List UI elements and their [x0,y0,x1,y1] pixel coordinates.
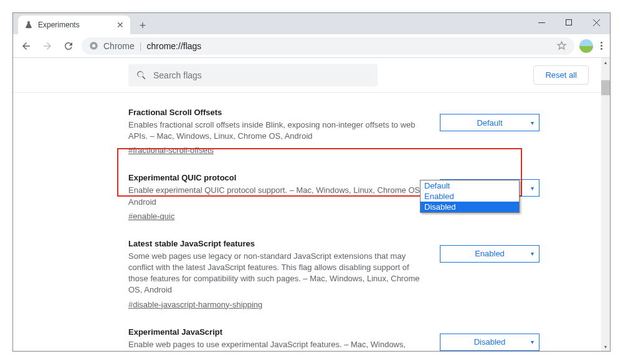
search-icon [136,70,147,81]
browser-menu-button[interactable] [598,39,605,52]
page-content: ▴ ▾ Reset all Fractional Scroll Offsets … [13,58,610,351]
flag-title: Latest stable JavaScript features [128,239,427,248]
dropdown-option[interactable]: Disabled [421,202,519,212]
flag-row: Fractional Scroll Offsets Enables fracti… [128,99,589,164]
browser-window: Experiments ✕ + Chro [12,12,611,352]
titlebar: Experiments ✕ + [13,13,610,34]
flags-header: Reset all [13,58,610,93]
flag-description: Enables fractional scroll offsets inside… [128,119,427,142]
reload-button[interactable] [60,38,77,54]
flag-anchor-link[interactable]: #enable-quic [128,212,174,221]
flag-description: Enable experimental QUIC protocol suppor… [128,185,427,207]
chevron-down-icon: ▾ [531,250,534,257]
flag-row: Latest stable JavaScript features Some w… [128,230,589,319]
svg-rect-0 [566,20,572,26]
tab-title: Experiments [38,21,80,29]
new-tab-button[interactable]: + [134,17,151,34]
forward-button[interactable] [39,38,55,54]
flag-select[interactable]: Enabled ▾ [440,245,540,263]
url-scheme-label: Chrome [103,41,135,51]
flag-select-value: Default [477,118,502,128]
flag-text: Latest stable JavaScript features Some w… [128,239,427,310]
search-box[interactable] [128,64,378,86]
flag-select-value: Disabled [474,337,506,347]
flag-row: Experimental JavaScript Enable web pages… [128,319,589,352]
window-controls [528,13,610,32]
chevron-down-icon: ▾ [531,185,534,192]
flag-description: Enable web pages to use experimental Jav… [128,339,427,352]
flask-icon [24,21,33,29]
browser-tab[interactable]: Experiments ✕ [18,16,130,34]
flag-select-value: Enabled [475,249,505,258]
chrome-icon [89,41,98,50]
address-bar[interactable]: Chrome | chrome://flags [82,37,574,55]
url-text: chrome://flags [146,41,201,51]
back-button[interactable] [18,38,34,54]
search-input[interactable] [153,70,370,80]
flag-select[interactable]: Disabled ▾ [440,334,540,351]
flag-dropdown-open[interactable]: DefaultEnabledDisabled [420,180,520,213]
close-tab-icon[interactable]: ✕ [117,20,124,30]
flag-text: Fractional Scroll Offsets Enables fracti… [128,108,427,156]
flag-select[interactable]: Default ▾ [440,114,540,131]
reset-all-button[interactable]: Reset all [533,65,589,85]
dropdown-option[interactable]: Default [421,180,519,191]
flag-text: Experimental JavaScript Enable web pages… [128,327,427,352]
flag-title: Fractional Scroll Offsets [128,108,427,117]
svg-point-2 [92,44,95,47]
profile-avatar[interactable] [579,39,593,53]
dropdown-option[interactable]: Enabled [421,191,519,202]
chevron-down-icon: ▾ [531,338,534,345]
flag-text: Experimental QUIC protocol Enable experi… [128,173,427,221]
flag-anchor-link[interactable]: #fractional-scroll-offsets [128,146,214,155]
bookmark-star-icon[interactable] [556,40,567,51]
scroll-up-arrow[interactable]: ▴ [601,58,610,67]
close-window-button[interactable] [583,13,610,32]
flag-description: Some web pages use legacy or non-standar… [128,251,427,296]
flag-title: Experimental JavaScript [128,327,427,337]
flag-title: Experimental QUIC protocol [128,173,427,182]
chevron-down-icon: ▾ [531,119,534,126]
flag-anchor-link[interactable]: #disable-javascript-harmony-shipping [128,300,262,309]
browser-toolbar: Chrome | chrome://flags [13,34,610,58]
maximize-button[interactable] [555,13,583,32]
flag-row: Experimental QUIC protocol Enable experi… [128,164,589,230]
minimize-button[interactable] [528,13,555,32]
